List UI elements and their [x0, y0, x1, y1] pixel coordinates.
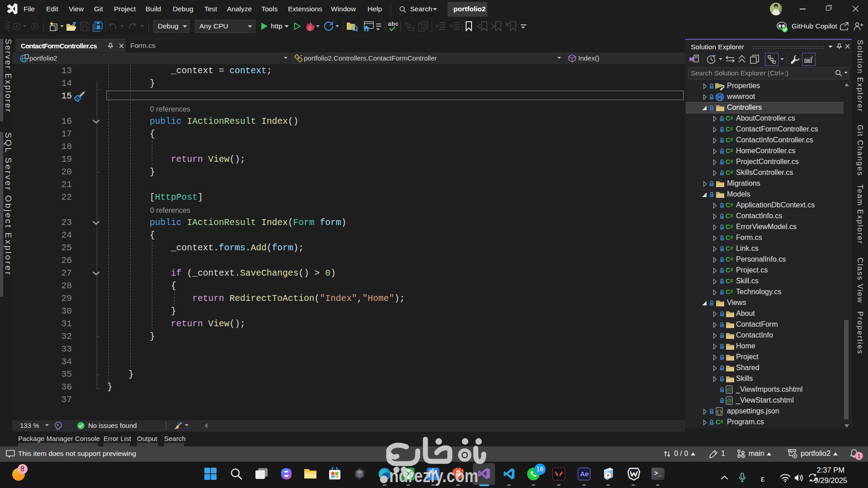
svg-text:{}: {}: [716, 409, 722, 415]
svg-text:@: @: [726, 397, 732, 404]
svg-text:@: @: [726, 386, 732, 393]
